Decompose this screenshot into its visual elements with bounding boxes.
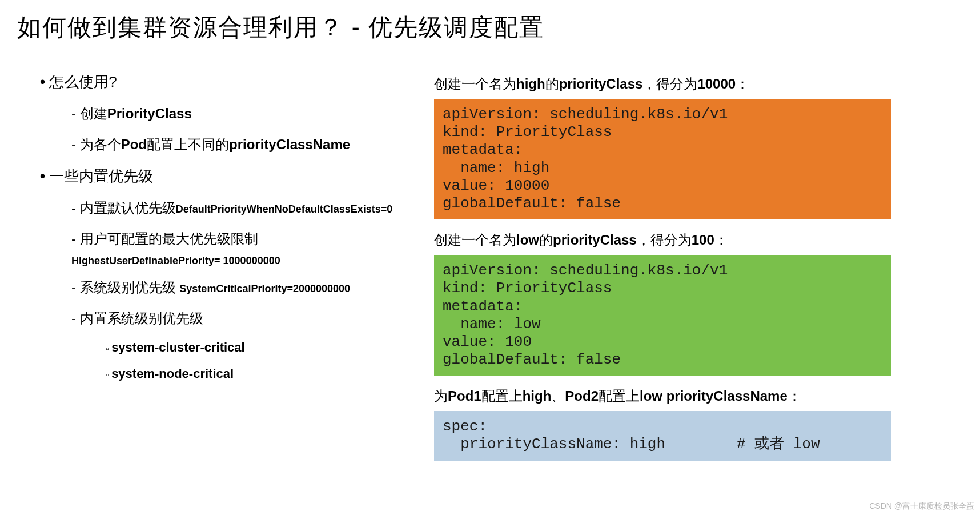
code-block-spec: spec: priorityClassName: high # 或者 low (434, 411, 891, 460)
bullet-default-priority: 内置默认优先级DefaultPriorityWhenNoDefaultClass… (71, 199, 400, 217)
t: 、 (551, 388, 565, 404)
t: ，得分为 (637, 232, 692, 247)
bullet-user-max-priority: 用户可配置的最大优先级限制 (71, 230, 400, 248)
bold-pod: Pod (121, 137, 147, 152)
text: 内置默认优先级 (80, 200, 176, 215)
t: 配置上 (599, 388, 640, 404)
code-block-high: apiVersion: scheduling.k8s.io/v1 kind: P… (434, 99, 891, 219)
bullet-builtin-priorities: 一些内置优先级 (40, 166, 400, 186)
text: 为各个 (80, 137, 121, 152)
t: 的 (545, 76, 559, 91)
watermark: CSDN @富士康质检员张全蛋 (869, 501, 974, 512)
t: ，得分为 (642, 76, 697, 91)
t: ： (788, 388, 801, 404)
b: low priorityClassName (640, 388, 788, 404)
b: low (516, 232, 539, 247)
bullet-system-node-critical: system-node-critical (106, 366, 400, 381)
right-column: 创建一个名为high的priorityClass，得分为10000： apiVe… (434, 72, 891, 472)
b: priorityClass (553, 232, 637, 247)
b: Pod1 (448, 388, 481, 404)
b: Pod2 (565, 388, 599, 404)
text: 系统级别优先级 (80, 280, 176, 295)
code-system-critical: SystemCriticalPriority=2000000000 (179, 283, 350, 294)
bullet-builtin-system-priority: 内置系统级别优先级 (71, 309, 400, 328)
caption-high-priorityclass: 创建一个名为high的priorityClass，得分为10000： (434, 75, 891, 93)
b: priorityClass (559, 76, 643, 91)
t: 创建一个名为 (434, 76, 516, 91)
text: 创建 (80, 106, 107, 121)
main-container: 怎么使用? 创建PriorityClass 为各个Pod配置上不同的priori… (11, 72, 969, 472)
t: ： (736, 76, 749, 91)
bullet-how-to-use: 怎么使用? (40, 72, 400, 92)
bold-priorityclassname: priorityClassName (229, 137, 350, 152)
t: 的 (539, 232, 553, 247)
t: ： (714, 232, 728, 247)
left-column: 怎么使用? 创建PriorityClass 为各个Pod配置上不同的priori… (11, 72, 400, 472)
page-title: 如何做到集群资源合理利用？ - 优先级调度配置 (17, 11, 969, 43)
bullet-system-level-priority: 系统级别优先级 SystemCriticalPriority=200000000… (71, 278, 400, 297)
b: 10000 (697, 76, 736, 91)
t: 为 (434, 388, 448, 404)
bullet-system-cluster-critical: system-cluster-critical (106, 340, 400, 355)
code-default-priority: DefaultPriorityWhenNoDefaultClassExists=… (176, 203, 393, 215)
code-block-low: apiVersion: scheduling.k8s.io/v1 kind: P… (434, 255, 891, 376)
bullet-pod-config: 为各个Pod配置上不同的priorityClassName (71, 135, 400, 154)
t: 配置上 (481, 388, 523, 404)
caption-low-priorityclass: 创建一个名为low的priorityClass，得分为100： (434, 231, 891, 249)
caption-pod-config: 为Pod1配置上high、Pod2配置上low priorityClassNam… (434, 387, 891, 405)
code-highest-user-definable: HighestUserDefinablePriority= 1000000000 (71, 255, 400, 267)
b: high (523, 388, 552, 404)
b: 100 (692, 232, 714, 247)
bullet-create-priorityclass: 创建PriorityClass (71, 105, 400, 123)
text: 配置上不同的 (147, 137, 229, 152)
bold-priorityclass: PriorityClass (107, 106, 192, 121)
t: 创建一个名为 (434, 232, 516, 247)
b: high (516, 76, 545, 91)
